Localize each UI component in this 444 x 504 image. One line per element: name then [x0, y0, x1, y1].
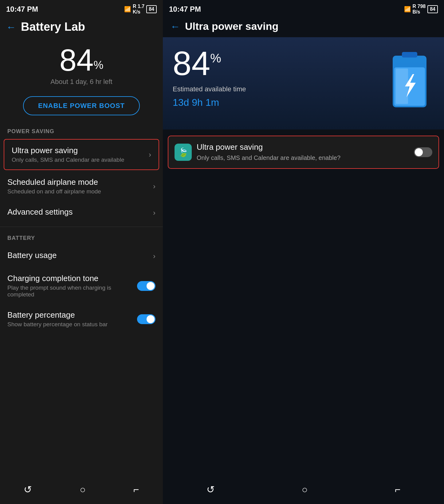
- scheduled-airplane-content: Scheduled airplane mode Scheduled on and…: [7, 177, 149, 195]
- back-nav-icon-right[interactable]: ⌐: [395, 484, 401, 495]
- battery-percentage-toggle[interactable]: [137, 314, 155, 324]
- ultra-power-saving-content: Ultra power saving Only calls, SMS and C…: [12, 146, 145, 163]
- ups-card-title: Ultra power saving: [197, 142, 409, 152]
- status-icons-right: 📶 R 798B/s 84: [404, 4, 438, 15]
- advanced-settings-title: Advanced settings: [7, 207, 149, 217]
- battery-info-section: 84 % Estimated available time 13d 9h 1m: [163, 37, 444, 129]
- left-panel: 10:47 PM 📶 R 1.7K/s 84 ← Battery Lab 84%…: [0, 0, 163, 504]
- charging-completion-content: Charging completion tone Play the prompt…: [7, 274, 137, 298]
- status-bar-right: 10:47 PM 📶 R 798B/s 84: [163, 0, 444, 17]
- charging-completion-subtitle: Play the prompt sound when charging is c…: [7, 284, 137, 298]
- header-right: ← Ultra power saving: [163, 17, 444, 37]
- ups-toggle-knob: [415, 148, 423, 156]
- time-left: 10:47 PM: [6, 5, 38, 14]
- ultra-power-saving-subtitle: Only calls, SMS and Calendar are availab…: [12, 157, 145, 163]
- leaf-icon: 🍃: [178, 147, 189, 157]
- scheduled-airplane-mode-item[interactable]: Scheduled airplane mode Scheduled on and…: [0, 171, 163, 201]
- enable-power-boost-button[interactable]: ENABLE POWER BOOST: [23, 96, 140, 115]
- wifi-icon: 📶: [124, 6, 131, 13]
- svg-rect-1: [402, 52, 417, 58]
- battery-icon-container: [385, 46, 434, 114]
- est-available-label: Estimated available time: [173, 85, 246, 93]
- advanced-settings-item[interactable]: Advanced settings ›: [0, 201, 163, 224]
- battery-usage-item[interactable]: Battery usage ›: [0, 244, 163, 268]
- battery-status-right: 84: [427, 5, 438, 13]
- chevron-icon-battery-usage: ›: [153, 252, 155, 260]
- ups-card-subtitle: Only calls, SMS and Calendar are availab…: [197, 153, 409, 162]
- ultra-power-saving-title: Ultra power saving: [12, 146, 145, 155]
- battery-percent-display: 84%: [0, 45, 163, 75]
- battery-percentage-subtitle: Show battery percentage on status bar: [7, 321, 137, 328]
- battery-display-left: 84% About 1 day, 6 hr left: [0, 38, 163, 89]
- toggle-knob: [147, 282, 155, 290]
- section-label-battery: BATTERY: [0, 229, 163, 244]
- battery-pct-num: 84: [173, 46, 210, 80]
- right-panel: 10:47 PM 📶 R 798B/s 84 ← Ultra power sav…: [163, 0, 444, 504]
- home-icon-right[interactable]: ○: [302, 484, 308, 495]
- home-icon[interactable]: ○: [80, 484, 85, 495]
- battery-info-left: 84 % Estimated available time 13d 9h 1m: [173, 46, 246, 108]
- page-title-left: Battery Lab: [21, 20, 85, 34]
- status-bar-left: 10:47 PM 📶 R 1.7K/s 84: [0, 0, 163, 17]
- advanced-settings-content: Advanced settings: [7, 207, 149, 218]
- bottom-nav-right: ↺ ○ ⌐: [163, 478, 444, 504]
- battery-usage-content: Battery usage: [7, 251, 149, 261]
- recent-apps-icon[interactable]: ↺: [24, 484, 32, 495]
- section-divider: [0, 227, 163, 227]
- battery-percent-number: 84: [59, 43, 93, 77]
- charging-completion-title: Charging completion tone: [7, 274, 137, 283]
- time-right: 10:47 PM: [169, 5, 201, 14]
- scheduled-airplane-title: Scheduled airplane mode: [7, 177, 149, 187]
- battery-time-remaining: About 1 day, 6 hr left: [0, 78, 163, 86]
- ups-toggle[interactable]: [414, 147, 432, 157]
- battery-usage-title: Battery usage: [7, 251, 149, 260]
- battery-pct-symbol: %: [210, 52, 221, 64]
- ups-card-content: Ultra power saving Only calls, SMS and C…: [197, 142, 409, 162]
- bottom-nav-left: ↺ ○ ⌐: [0, 478, 163, 504]
- est-time-value: 13d 9h 1m: [173, 97, 246, 108]
- back-nav-icon[interactable]: ⌐: [133, 484, 139, 495]
- header-left: ← Battery Lab: [0, 17, 163, 38]
- battery-percentage-content: Battery percentage Show battery percenta…: [7, 310, 137, 328]
- battery-percentage-item[interactable]: Battery percentage Show battery percenta…: [0, 304, 163, 334]
- scheduled-airplane-subtitle: Scheduled on and off airplane mode: [7, 188, 149, 195]
- chevron-icon: ›: [149, 150, 151, 159]
- status-icons-left: 📶 R 1.7K/s 84: [124, 4, 157, 15]
- section-label-power-saving: POWER SAVING: [0, 123, 163, 138]
- chevron-icon-airplane: ›: [153, 182, 155, 191]
- wifi-icon-right: 📶: [404, 6, 411, 13]
- battery-svg-icon: [388, 50, 431, 111]
- ups-icon: 🍃: [175, 144, 192, 161]
- battery-percent-symbol: %: [94, 59, 104, 71]
- chevron-icon-advanced: ›: [153, 208, 155, 217]
- toggle-knob-2: [147, 315, 155, 323]
- back-button-right[interactable]: ←: [170, 22, 180, 31]
- signal-text-left: R 1.7K/s: [133, 4, 144, 15]
- recent-apps-icon-right[interactable]: ↺: [206, 484, 215, 495]
- back-button-left[interactable]: ←: [6, 22, 16, 32]
- battery-status-left: 84: [146, 5, 157, 13]
- ultra-power-saving-card[interactable]: 🍃 Ultra power saving Only calls, SMS and…: [168, 136, 439, 169]
- signal-text-right: R 798B/s: [413, 4, 426, 15]
- charging-completion-toggle[interactable]: [137, 281, 155, 291]
- ultra-power-saving-item[interactable]: Ultra power saving Only calls, SMS and C…: [4, 139, 159, 170]
- battery-percentage-title: Battery percentage: [7, 310, 137, 320]
- charging-completion-item[interactable]: Charging completion tone Play the prompt…: [0, 268, 163, 304]
- page-title-right: Ultra power saving: [185, 20, 278, 32]
- battery-percent-right-display: 84 %: [173, 46, 246, 80]
